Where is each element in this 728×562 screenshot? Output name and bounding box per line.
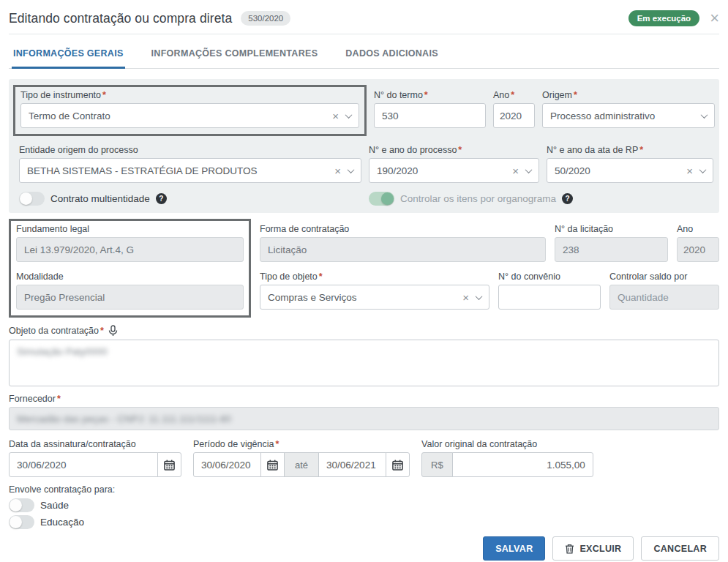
assinatura-date-input[interactable] [9, 452, 158, 477]
highlight-box-fundamento-modalidade: Fundamento legal Lei 13.979/2020, Art.4,… [9, 219, 251, 318]
n-termo-input[interactable] [374, 103, 486, 128]
ano-input[interactable] [493, 103, 535, 128]
saldo-field: Quantidade [609, 285, 719, 310]
envolve-label: Envolve contratação para: [9, 484, 719, 495]
forma-field: Licitação [260, 237, 546, 262]
clear-icon[interactable]: × [332, 110, 339, 122]
chevron-down-icon[interactable] [701, 111, 708, 119]
required-marker: * [458, 145, 462, 155]
save-button[interactable]: SALVAR [483, 536, 545, 561]
origem-label: Origem* [542, 90, 715, 100]
educacao-label: Educação [40, 517, 84, 528]
origem-select[interactable]: Processo administrativo [542, 103, 715, 128]
tipo-instrumento-label: Tipo de instrumento* [20, 90, 359, 100]
educacao-toggle[interactable] [9, 515, 34, 529]
fornecedor-field: Mercadão das peças - CNPJ: 11.111.111/11… [9, 407, 719, 430]
tipo-objeto-select[interactable]: Compras e Serviços × [260, 285, 489, 310]
calendar-icon[interactable] [386, 452, 410, 477]
dates-row: Data da assinatura/contratação [9, 439, 719, 477]
tipo-objeto-label: Tipo de objeto* [260, 271, 489, 282]
envolve-group: Envolve contratação para: Saúde Educação [9, 484, 719, 529]
close-icon[interactable]: × [710, 12, 719, 25]
entidade-label: Entidade origem do processo [19, 145, 361, 155]
cancel-button[interactable]: CANCELAR [641, 536, 719, 561]
objeto-group: Objeto da contratação* Simulação Paty000… [9, 325, 719, 386]
ata-rp-select[interactable]: 50/2020 × [547, 158, 713, 183]
required-marker: * [102, 90, 106, 100]
multientidade-toggle[interactable] [19, 192, 45, 206]
calendar-icon[interactable] [157, 452, 181, 477]
chevron-down-icon[interactable] [348, 166, 355, 173]
clear-icon[interactable]: × [686, 165, 693, 177]
contract-number-badge: 530/2020 [241, 11, 290, 26]
processo-select[interactable]: 190/2020 × [369, 158, 539, 183]
saude-toggle[interactable] [9, 498, 34, 512]
required-marker: * [574, 90, 577, 100]
clear-icon[interactable]: × [334, 165, 341, 177]
processo-label: N° e ano do processo* [369, 145, 539, 155]
delete-button[interactable]: EXCLUIR [552, 536, 634, 561]
page-title: Editando contratação ou compra direta [9, 11, 232, 26]
ata-rp-label: N° e ano da ata de RP* [547, 145, 713, 155]
required-marker: * [276, 439, 279, 449]
ano-label: Ano* [493, 90, 535, 100]
vigencia-label: Período de vigência* [193, 439, 410, 449]
help-icon[interactable]: ? [156, 193, 167, 204]
chevron-down-icon[interactable] [476, 293, 483, 300]
ano-licitacao-field: 2020 [677, 237, 719, 262]
saude-label: Saúde [40, 500, 69, 511]
valor-input[interactable] [452, 452, 593, 477]
required-marker: * [639, 145, 643, 155]
chevron-down-icon[interactable] [345, 111, 353, 119]
required-marker: * [100, 326, 104, 336]
help-icon[interactable]: ? [562, 193, 573, 204]
organograma-toggle[interactable] [369, 192, 394, 206]
status-badge: Em execução [628, 10, 700, 26]
tab-informacoes-complementares[interactable]: INFORMAÇÕES COMPLEMENTARES [150, 42, 320, 68]
objeto-label: Objeto da contratação* [9, 326, 104, 336]
multientidade-label: Contrato multientidade [50, 193, 150, 204]
chevron-down-icon[interactable] [699, 166, 707, 173]
currency-prefix: R$ [421, 452, 453, 477]
highlight-box-tipo-instrumento: Tipo de instrumento* Termo de Contrato × [13, 85, 367, 136]
forma-label: Forma de contratação [260, 224, 546, 234]
tab-dados-adicionais[interactable]: DADOS ADICIONAIS [344, 42, 440, 68]
required-marker: * [319, 271, 323, 282]
trash-icon [565, 544, 574, 554]
required-marker: * [57, 394, 61, 404]
mic-icon[interactable] [108, 325, 118, 337]
vigencia-end-input[interactable] [318, 452, 386, 477]
footer-actions: SALVAR EXCLUIR CANCELAR [9, 536, 719, 561]
chevron-down-icon[interactable] [525, 166, 533, 173]
saldo-label: Controlar saldo por [609, 271, 719, 282]
clear-icon[interactable]: × [462, 291, 469, 304]
licitacao-label: N° da licitação [555, 224, 668, 234]
objeto-textarea[interactable]: Simulação Paty0000 [9, 340, 719, 386]
vigencia-start-input[interactable] [193, 452, 261, 477]
tab-informacoes-gerais[interactable]: INFORMAÇÕES GERAIS [12, 42, 125, 69]
n-termo-label: N° do termo* [374, 90, 486, 100]
edit-contract-modal: Editando contratação ou compra direta 53… [0, 0, 728, 562]
modalidade-label: Modalidade [16, 271, 244, 282]
clear-icon[interactable]: × [512, 165, 519, 177]
section-licitacao: Fundamento legal Lei 13.979/2020, Art.4,… [9, 219, 719, 318]
ano-licitacao-label: Ano [677, 224, 719, 234]
convenio-input[interactable] [498, 285, 601, 310]
fornecedor-group: Fornecedor* Mercadão das peças - CNPJ: 1… [9, 394, 719, 430]
fornecedor-label: Fornecedor* [9, 394, 719, 404]
modalidade-field: Pregão Presencial [16, 285, 244, 310]
section-identificacao: Tipo de instrumento* Termo de Contrato ×… [9, 79, 719, 213]
modal-header: Editando contratação ou compra direta 53… [9, 7, 719, 34]
required-marker: * [511, 90, 514, 100]
assinatura-label: Data da assinatura/contratação [9, 439, 181, 449]
tab-bar: INFORMAÇÕES GERAIS INFORMAÇÕES COMPLEMEN… [9, 42, 719, 69]
fundamento-field: Lei 13.979/2020, Art.4, G [16, 237, 244, 262]
calendar-icon[interactable] [260, 452, 285, 477]
valor-label: Valor original da contratação [421, 439, 593, 449]
required-marker: * [424, 90, 428, 100]
tipo-instrumento-select[interactable]: Termo de Contrato × [20, 103, 359, 128]
licitacao-field: 238 [555, 237, 668, 262]
entidade-select[interactable]: BETHA SISTEMAS - ESTRATÉGIA DE PRODUTOS … [19, 158, 361, 183]
fundamento-label: Fundamento legal [16, 224, 244, 234]
until-separator: até [284, 452, 319, 477]
